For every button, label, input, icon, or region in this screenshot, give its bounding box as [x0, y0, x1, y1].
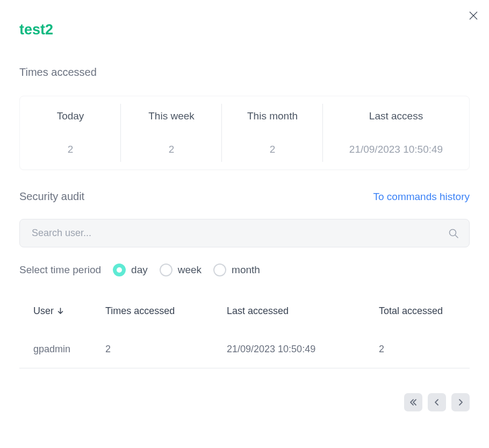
- column-header-last-accessed[interactable]: Last accessed: [227, 305, 379, 317]
- column-label: Times accessed: [105, 305, 175, 317]
- stat-value: 2: [227, 144, 318, 155]
- stat-label: This week: [126, 110, 217, 122]
- radio-label: day: [131, 264, 148, 276]
- commands-history-link[interactable]: To commands history: [373, 191, 470, 203]
- close-button[interactable]: [468, 10, 479, 22]
- column-label: Total accessed: [379, 305, 443, 317]
- times-accessed-label: Times accessed: [19, 66, 470, 79]
- stat-this-week: This week 2: [121, 96, 222, 169]
- chevron-double-left-icon: [409, 398, 418, 407]
- column-header-user[interactable]: User: [33, 305, 105, 317]
- chevron-left-icon: [433, 398, 441, 407]
- radio-label: week: [178, 264, 202, 276]
- period-radio-day[interactable]: day: [113, 264, 148, 276]
- prev-page-button[interactable]: [428, 393, 446, 411]
- security-audit-label: Security audit: [19, 190, 84, 203]
- stat-value: 21/09/2023 10:50:49: [328, 144, 464, 155]
- stat-this-month: This month 2: [222, 96, 323, 169]
- stat-today: Today 2: [20, 96, 121, 169]
- radio-icon: [213, 264, 226, 276]
- table-row: gpadmin 2 21/09/2023 10:50:49 2: [19, 331, 470, 368]
- period-radio-group: day week month: [113, 264, 260, 276]
- radio-icon: [113, 264, 126, 276]
- first-page-button[interactable]: [404, 393, 422, 411]
- radio-icon: [160, 264, 172, 276]
- table-header: User Times accessed Last accessed Total …: [19, 305, 470, 331]
- period-radio-week[interactable]: week: [160, 264, 202, 276]
- stat-value: 2: [25, 144, 116, 155]
- stat-label: Last access: [328, 110, 464, 122]
- stat-value: 2: [126, 144, 217, 155]
- audit-table: User Times accessed Last accessed Total …: [19, 305, 470, 368]
- search-user-input[interactable]: [19, 219, 470, 247]
- radio-label: month: [232, 264, 260, 276]
- column-label: User: [33, 305, 54, 317]
- cell-total-accessed: 2: [379, 344, 456, 355]
- stat-label: Today: [25, 110, 116, 122]
- stat-label: This month: [227, 110, 318, 122]
- column-header-total-accessed[interactable]: Total accessed: [379, 305, 456, 317]
- period-label: Select time period: [19, 264, 101, 276]
- column-header-times-accessed[interactable]: Times accessed: [105, 305, 227, 317]
- next-page-button[interactable]: [451, 393, 470, 411]
- stats-panel: Today 2 This week 2 This month 2 Last ac…: [19, 96, 470, 170]
- pagination: [19, 393, 470, 411]
- page-title: test2: [19, 22, 470, 38]
- arrow-down-icon: [57, 308, 64, 315]
- chevron-right-icon: [456, 398, 465, 407]
- column-label: Last accessed: [227, 305, 289, 317]
- stat-last-access: Last access 21/09/2023 10:50:49: [323, 96, 469, 169]
- period-radio-month[interactable]: month: [213, 264, 260, 276]
- cell-times-accessed: 2: [105, 344, 227, 355]
- close-icon: [468, 10, 479, 21]
- cell-user: gpadmin: [33, 344, 105, 355]
- cell-last-accessed: 21/09/2023 10:50:49: [227, 344, 379, 355]
